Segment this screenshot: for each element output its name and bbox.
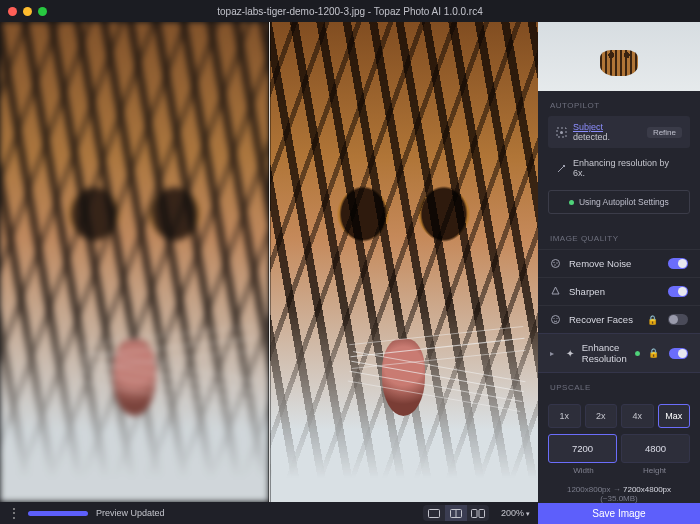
save-image-button[interactable]: Save Image: [538, 503, 700, 524]
compare-split-handle[interactable]: [269, 22, 270, 502]
autopilot-enhance-row: Enhancing resolution by 6x.: [548, 154, 690, 182]
image-thumbnail[interactable]: [538, 22, 700, 91]
remove-noise-label: Remove Noise: [569, 258, 660, 269]
autopilot-header: AUTOPILOT: [538, 91, 700, 116]
upscale-factor-group: 1x 2x 4x Max: [548, 404, 690, 428]
image-quality-header: IMAGE QUALITY: [538, 224, 700, 249]
svg-point-7: [552, 260, 560, 268]
progress-bar: [28, 511, 88, 516]
sidebar: AUTOPILOT Subject detected. Refine Enhan…: [538, 22, 700, 524]
viewer-statusbar: ⋮ Preview Updated 200%▾: [0, 502, 538, 524]
enhance-icon: ✦: [566, 348, 574, 359]
remove-noise-toggle[interactable]: [668, 258, 688, 269]
zoom-window-button[interactable]: [38, 7, 47, 16]
enhance-line-text: Enhancing resolution by 6x.: [573, 158, 682, 178]
main-area: ⋮ Preview Updated 200%▾: [0, 22, 700, 524]
upscale-2x-button[interactable]: 2x: [585, 404, 618, 428]
upscale-header: UPSCALE: [538, 373, 700, 398]
view-mode-group: [423, 505, 489, 521]
upscale-output-summary: 1200x800px → 7200x4800px (~35.0MB): [548, 485, 690, 503]
close-window-button[interactable]: [8, 7, 17, 16]
upscale-dim-labels: Width Height: [548, 466, 690, 475]
svg-rect-3: [471, 509, 477, 517]
autopilot-subject-row: Subject detected. Refine: [548, 116, 690, 148]
face-icon: [550, 314, 561, 325]
noise-icon: [550, 258, 561, 269]
width-label: Width: [548, 466, 619, 475]
svg-point-12: [553, 318, 554, 319]
chevron-right-icon: ▸: [550, 349, 558, 358]
svg-point-9: [556, 262, 557, 263]
sharpen-icon: [550, 286, 561, 297]
enhance-resolution-label: Enhance Resolution: [582, 342, 627, 364]
sharpen-row: Sharpen: [538, 277, 700, 305]
refine-button[interactable]: Refine: [647, 127, 682, 138]
view-mode-single[interactable]: [423, 505, 445, 521]
svg-rect-0: [428, 509, 439, 517]
window-title: topaz-labs-tiger-demo-1200-3.jpg - Topaz…: [0, 6, 700, 17]
svg-point-10: [554, 264, 555, 265]
remove-noise-row: Remove Noise: [538, 249, 700, 277]
side-by-side-icon: [471, 509, 485, 518]
autopilot-settings-button[interactable]: Using Autopilot Settings: [548, 190, 690, 214]
zoom-level[interactable]: 200%▾: [501, 508, 530, 518]
wand-icon: [556, 163, 567, 174]
view-mode-side-by-side[interactable]: [467, 505, 489, 521]
status-dot-icon: [569, 200, 574, 205]
minimize-window-button[interactable]: [23, 7, 32, 16]
sharpen-toggle[interactable]: [668, 286, 688, 297]
subject-detected-text: Subject detected.: [573, 122, 641, 142]
svg-point-13: [556, 318, 557, 319]
lock-icon: 🔒: [647, 315, 658, 325]
height-label: Height: [619, 466, 690, 475]
enhance-resolution-row[interactable]: ▸ ✦ Enhance Resolution 🔒: [538, 333, 700, 373]
sharpen-label: Sharpen: [569, 286, 660, 297]
svg-rect-4: [479, 509, 485, 517]
recover-faces-label: Recover Faces: [569, 314, 639, 325]
upscale-width-input[interactable]: 7200: [548, 434, 617, 463]
split-view-icon: [450, 509, 462, 518]
recover-faces-row: Recover Faces 🔒: [538, 305, 700, 333]
status-text: Preview Updated: [96, 508, 165, 518]
upscale-height-input[interactable]: 4800: [621, 434, 690, 463]
enhance-resolution-toggle[interactable]: [669, 348, 688, 359]
viewer-menu-button[interactable]: ⋮: [8, 507, 20, 519]
subject-icon: [556, 127, 567, 138]
lock-icon: 🔒: [648, 348, 659, 358]
zoom-value: 200%: [501, 508, 524, 518]
upscale-1x-button[interactable]: 1x: [548, 404, 581, 428]
window-titlebar: topaz-labs-tiger-demo-1200-3.jpg - Topaz…: [0, 0, 700, 22]
upscale-4x-button[interactable]: 4x: [621, 404, 654, 428]
view-mode-split[interactable]: [445, 505, 467, 521]
upscale-dimensions-group: 7200 4800: [548, 434, 690, 463]
single-view-icon: [428, 509, 440, 518]
image-viewer: ⋮ Preview Updated 200%▾: [0, 22, 538, 524]
recover-faces-toggle[interactable]: [668, 314, 688, 325]
window-controls: [8, 7, 47, 16]
chevron-down-icon: ▾: [526, 510, 530, 517]
before-image: [0, 22, 269, 502]
upscale-max-button[interactable]: Max: [658, 404, 691, 428]
svg-point-8: [553, 262, 554, 263]
svg-point-6: [560, 131, 563, 134]
after-image: [269, 22, 538, 502]
svg-point-11: [552, 316, 560, 324]
subject-link[interactable]: Subject: [573, 122, 603, 132]
image-canvas[interactable]: [0, 22, 538, 502]
enhance-status-dot-icon: [635, 351, 640, 356]
